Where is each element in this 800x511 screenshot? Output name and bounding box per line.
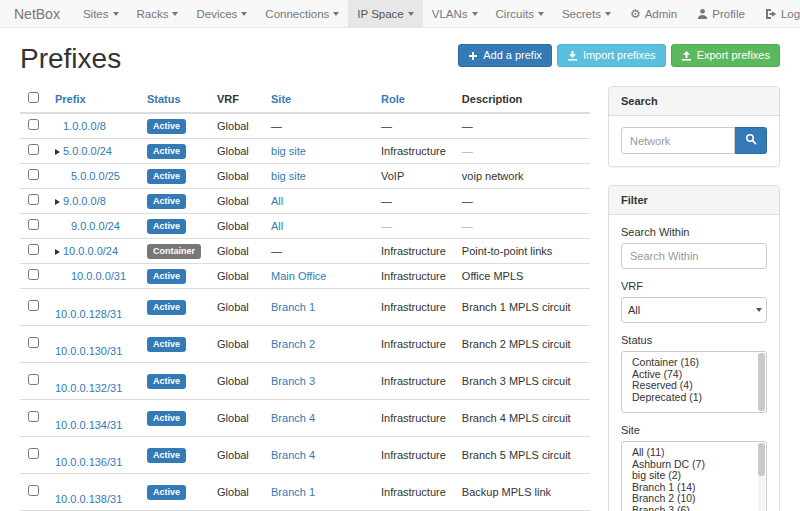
row-checkbox[interactable] <box>28 144 39 155</box>
nav-item-label: Sites <box>83 8 109 20</box>
prefix-link[interactable]: 9.0.0.0/24 <box>71 220 120 232</box>
prefix-link[interactable]: 10.0.0.132/31 <box>55 382 122 394</box>
list-option[interactable]: Deprecated (1) <box>632 392 750 404</box>
role-empty: — <box>381 195 392 207</box>
site-link[interactable]: Branch 3 <box>271 375 315 387</box>
row-checkbox[interactable] <box>28 300 39 311</box>
search-panel-title: Search <box>609 87 779 116</box>
table-row: 10.0.0.136/31ActiveGlobalBranch 4Infrast… <box>20 437 590 474</box>
prefix-link[interactable]: 10.0.0.0/24 <box>63 245 118 257</box>
table-row: 10.0.0.0/24ContainerGlobal—Infrastructur… <box>20 239 590 264</box>
list-option[interactable]: Container (16) <box>632 357 750 369</box>
nav-item-profile[interactable]: Profile <box>687 0 755 27</box>
row-checkbox[interactable] <box>28 337 39 348</box>
prefix-link[interactable]: 10.0.0.0/31 <box>71 270 126 282</box>
nav-item-racks[interactable]: Racks <box>128 0 188 27</box>
site-empty: — <box>271 245 282 257</box>
row-checkbox[interactable] <box>28 244 39 255</box>
site-link[interactable]: big site <box>271 170 306 182</box>
status-badge: Active <box>147 269 186 284</box>
vrf-select[interactable]: All <box>621 297 767 323</box>
scrollbar[interactable] <box>758 443 765 511</box>
prefix-link[interactable]: 10.0.0.128/31 <box>55 308 122 320</box>
nav-item-ip-space[interactable]: IP Space <box>348 0 422 27</box>
list-option[interactable]: big site (2) <box>632 470 750 482</box>
prefix-link[interactable]: 10.0.0.138/31 <box>55 493 122 505</box>
description-value: Point-to-point links <box>462 245 553 257</box>
prefix-link[interactable]: 1.0.0.0/8 <box>63 120 106 132</box>
add-a-prefix-button[interactable]: Add a prefix <box>458 44 552 67</box>
role-empty: — <box>381 120 392 132</box>
sort-column-role[interactable]: Role <box>381 93 405 105</box>
list-option[interactable]: All (11) <box>632 447 750 459</box>
list-option[interactable]: Reserved (4) <box>632 380 750 392</box>
scrollbar[interactable] <box>758 353 765 411</box>
row-checkbox[interactable] <box>28 119 39 130</box>
nav-item-log-out[interactable]: Log out <box>755 0 800 27</box>
sort-column-status[interactable]: Status <box>147 93 181 105</box>
prefix-link[interactable]: 10.0.0.130/31 <box>55 345 122 357</box>
row-checkbox[interactable] <box>28 411 39 422</box>
sort-column-site[interactable]: Site <box>271 93 291 105</box>
list-option[interactable]: Branch 3 (6) <box>632 505 750 511</box>
table-row: 9.0.0.0/24ActiveGlobalAll—— <box>20 214 590 239</box>
role-empty: — <box>381 220 392 232</box>
site-link[interactable]: big site <box>271 145 306 157</box>
prefix-link[interactable]: 10.0.0.136/31 <box>55 456 122 468</box>
filter-label: Site <box>621 424 767 436</box>
site-link[interactable]: Branch 1 <box>271 486 315 498</box>
brand-logo[interactable]: NetBox <box>0 0 74 27</box>
row-checkbox[interactable] <box>28 448 39 459</box>
sort-column-prefix[interactable]: Prefix <box>55 93 86 105</box>
row-checkbox[interactable] <box>28 485 39 496</box>
nav-item-label: Circuits <box>496 8 534 20</box>
export-prefixes-button[interactable]: Export prefixes <box>671 44 780 67</box>
search-input[interactable] <box>621 127 735 154</box>
import-icon <box>567 50 578 61</box>
site-link[interactable]: Branch 2 <box>271 338 315 350</box>
site-link[interactable]: All <box>271 195 283 207</box>
filter-field-search-within: Search Within <box>621 226 767 269</box>
row-checkbox[interactable] <box>28 374 39 385</box>
nav-item-secrets[interactable]: Secrets <box>553 0 620 27</box>
search-button[interactable] <box>735 127 767 154</box>
chevron-down-icon <box>472 12 478 16</box>
row-checkbox[interactable] <box>28 194 39 205</box>
nav-item-sites[interactable]: Sites <box>74 0 128 27</box>
list-option[interactable]: Branch 2 (10) <box>632 493 750 505</box>
search-within-input[interactable] <box>621 243 767 269</box>
vrf-value: Global <box>217 338 249 350</box>
prefix-link[interactable]: 9.0.0.0/8 <box>63 195 106 207</box>
site-link[interactable]: All <box>271 220 283 232</box>
site-link[interactable]: Branch 4 <box>271 412 315 424</box>
table-row: 5.0.0.0/25ActiveGlobalbig siteVoIPvoip n… <box>20 164 590 189</box>
nav-item-label: Profile <box>712 8 745 20</box>
nav-item-label: Racks <box>137 8 169 20</box>
description-value: voip network <box>462 170 524 182</box>
import-prefixes-button[interactable]: Import prefixes <box>557 44 666 67</box>
nav-item-vlans[interactable]: VLANs <box>423 0 487 27</box>
site-link[interactable]: Main Office <box>271 270 326 282</box>
site-listbox[interactable]: All (11)Ashburn DC (7)big site (2)Branch… <box>621 441 767 511</box>
site-link[interactable]: Branch 1 <box>271 301 315 313</box>
prefix-link[interactable]: 5.0.0.0/25 <box>71 170 120 182</box>
nav-item-connections[interactable]: Connections <box>256 0 348 27</box>
description-value: Branch 3 MPLS circuit <box>462 375 571 387</box>
plus-icon <box>468 51 478 61</box>
nav-item-admin[interactable]: ⚙Admin <box>620 0 687 27</box>
nav-item-circuits[interactable]: Circuits <box>487 0 553 27</box>
status-badge: Active <box>147 300 186 315</box>
role-value: Infrastructure <box>381 301 446 313</box>
chevron-down-icon <box>408 12 414 16</box>
row-checkbox[interactable] <box>28 269 39 280</box>
select-all-checkbox[interactable] <box>28 92 39 103</box>
nav-item-devices[interactable]: Devices <box>187 0 256 27</box>
role-value: Infrastructure <box>381 338 446 350</box>
prefix-link[interactable]: 5.0.0.0/24 <box>63 145 112 157</box>
prefix-link[interactable]: 10.0.0.134/31 <box>55 419 122 431</box>
nav-item-label: Connections <box>265 8 329 20</box>
status-listbox[interactable]: Container (16)Active (74)Reserved (4)Dep… <box>621 351 767 413</box>
row-checkbox[interactable] <box>28 169 39 180</box>
site-link[interactable]: Branch 4 <box>271 449 315 461</box>
row-checkbox[interactable] <box>28 219 39 230</box>
